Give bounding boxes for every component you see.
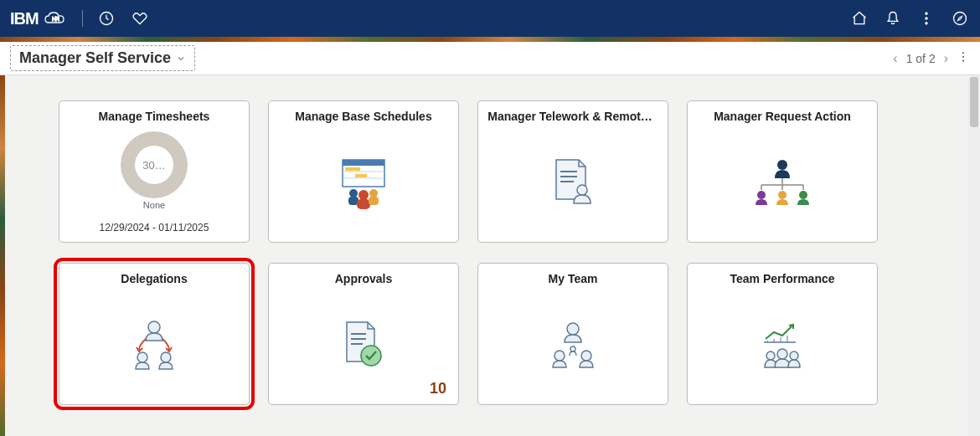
tile-body (269, 123, 458, 242)
tile-title: My Team (487, 272, 658, 285)
donut-ring: 30… (121, 131, 188, 198)
svg-point-24 (577, 185, 587, 195)
tile-body (688, 285, 877, 404)
sub-header: Manager Self Service ‹ 1 of 2 › (0, 42, 980, 75)
app-header: IBM HR (0, 0, 980, 37)
svg-point-19 (369, 189, 378, 197)
org-chart-icon (745, 153, 820, 212)
tile-title: Manage Base Schedules (278, 110, 448, 123)
clock-icon[interactable] (96, 8, 116, 28)
svg-point-43 (554, 351, 565, 361)
svg-rect-10 (343, 160, 384, 166)
svg-point-15 (349, 189, 358, 197)
svg-point-5 (954, 13, 967, 25)
tile-title: Approvals (278, 272, 448, 285)
tile-delegations[interactable]: Delegations (59, 263, 250, 405)
tile-count: 10 (430, 380, 446, 398)
pager: ‹ 1 of 2 › (893, 50, 970, 66)
svg-rect-20 (369, 197, 379, 205)
brand-text: IBM (10, 9, 39, 28)
tile-manage-timesheets[interactable]: Manage Timesheets 30… None 12/29/2024 - … (59, 100, 250, 243)
svg-point-52 (790, 351, 798, 360)
dropdown-label: Manager Self Service (19, 49, 171, 67)
donut-label: None (143, 200, 165, 210)
tile-approvals[interactable]: Approvals 10 (268, 263, 459, 405)
svg-point-6 (962, 52, 964, 54)
scrollbar[interactable] (968, 75, 980, 436)
document-check-icon (334, 315, 393, 374)
tile-body (478, 285, 668, 404)
svg-point-3 (926, 18, 928, 20)
svg-point-36 (161, 352, 171, 362)
svg-rect-18 (357, 199, 370, 209)
decorative-side-strip (0, 75, 5, 436)
chevron-down-icon (176, 54, 186, 64)
tile-team-performance[interactable]: Team Performance (687, 263, 878, 405)
pager-text: 1 of 2 (906, 52, 936, 65)
bell-icon[interactable] (883, 8, 903, 28)
tile-title: Team Performance (697, 272, 867, 285)
svg-point-2 (926, 13, 928, 15)
tile-body: 30… None (59, 123, 249, 218)
svg-rect-14 (355, 174, 367, 177)
svg-point-34 (148, 321, 160, 333)
svg-rect-13 (345, 167, 360, 171)
tile-manager-telework[interactable]: Manager Telework & Remote W… (477, 100, 668, 243)
tile-body (59, 285, 249, 404)
pager-next[interactable]: › (944, 51, 948, 66)
header-left: IBM HR (10, 8, 150, 28)
tile-footer: 12/29/2024 - 01/11/2025 (100, 218, 209, 242)
tile-my-team[interactable]: My Team (477, 263, 668, 405)
svg-point-51 (777, 349, 787, 359)
tile-title: Delegations (69, 272, 239, 285)
calendar-team-icon (330, 153, 397, 212)
tile-title: Manager Request Action (697, 110, 867, 123)
performance-chart-icon (749, 315, 816, 374)
svg-point-35 (137, 352, 147, 362)
compass-icon[interactable] (950, 8, 970, 28)
svg-point-25 (777, 160, 787, 170)
svg-point-17 (358, 190, 369, 200)
hr-cloud-icon: HR (44, 9, 69, 28)
svg-point-32 (778, 191, 787, 199)
svg-point-44 (581, 351, 591, 361)
svg-point-33 (799, 191, 807, 199)
tile-manage-base-schedules[interactable]: Manage Base Schedules (268, 100, 459, 243)
tile-title: Manager Telework & Remote W… (487, 110, 658, 123)
svg-point-42 (570, 346, 575, 351)
tile-grid: Manage Timesheets 30… None 12/29/2024 - … (0, 75, 980, 430)
svg-point-8 (962, 60, 964, 62)
team-icon (539, 315, 606, 374)
kebab-menu-icon[interactable] (916, 8, 936, 28)
tile-body (688, 123, 877, 242)
header-right (849, 8, 970, 28)
tile-body (478, 123, 668, 242)
svg-point-41 (567, 323, 579, 335)
heart-icon[interactable] (130, 8, 150, 28)
homepage-dropdown[interactable]: Manager Self Service (10, 45, 195, 71)
document-person-icon (544, 153, 602, 212)
svg-text:HR: HR (52, 16, 59, 22)
svg-point-7 (962, 56, 964, 58)
svg-point-31 (757, 191, 766, 199)
svg-point-50 (766, 351, 775, 360)
svg-point-4 (926, 23, 928, 25)
pager-more-icon[interactable] (957, 50, 970, 66)
donut-chart: 30… None (121, 131, 188, 210)
pager-prev[interactable]: ‹ (893, 51, 897, 66)
tile-title: Manage Timesheets (69, 110, 239, 123)
brand-logo[interactable]: IBM HR (10, 9, 69, 28)
content-area: Manage Timesheets 30… None 12/29/2024 - … (0, 75, 980, 436)
delegation-icon (121, 315, 188, 374)
tile-manager-request-action[interactable]: Manager Request Action (687, 100, 878, 243)
donut-value: 30… (142, 159, 165, 172)
header-divider (82, 10, 83, 27)
home-icon[interactable] (849, 8, 869, 28)
